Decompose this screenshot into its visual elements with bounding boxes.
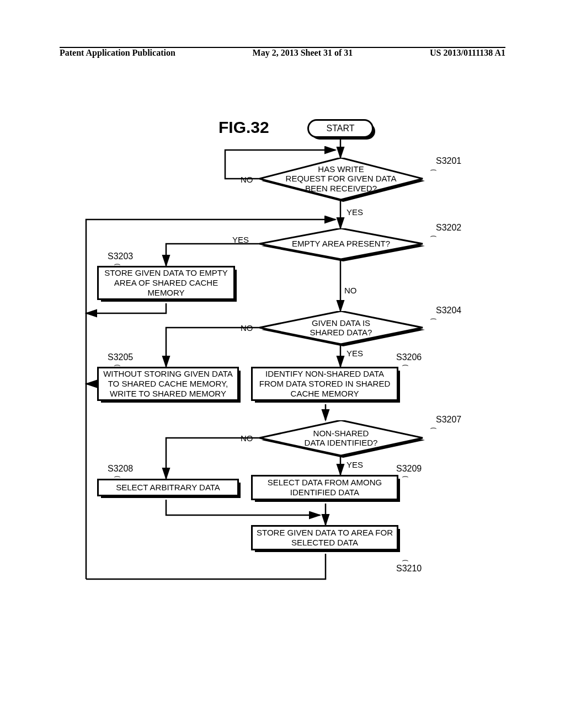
label-yes-s3204: YES <box>347 349 363 358</box>
tick-s3210: ⌢ <box>402 556 409 565</box>
node-s3201-text: HAS WRITE REQUEST FOR GIVEN DATA BEEN RE… <box>259 164 423 193</box>
node-s3207-text: NON-SHARED DATA IDENTIFIED? <box>259 429 423 448</box>
node-s3206: IDENTIFY NON-SHARED DATA FROM DATA STORE… <box>251 367 398 401</box>
stepnum-s3209: S3209 <box>396 464 422 474</box>
node-s3210-text: STORE GIVEN DATA TO AREA FOR SELECTED DA… <box>257 528 393 548</box>
node-s3208-text: SELECT ARBITRARY DATA <box>116 483 220 493</box>
node-start: START <box>307 119 374 138</box>
node-s3202: EMPTY AREA PRESENT? <box>259 228 423 259</box>
tick-s3204: ⌢ <box>430 314 437 323</box>
node-s3206-text: IDENTIFY NON-SHARED DATA FROM DATA STORE… <box>259 369 391 399</box>
node-s3201: HAS WRITE REQUEST FOR GIVEN DATA BEEN RE… <box>259 158 423 200</box>
node-start-text: START <box>327 124 355 133</box>
node-s3209-text: SELECT DATA FROM AMONG IDENTIFIED DATA <box>268 478 382 497</box>
label-no-s3201: NO <box>241 175 253 184</box>
flowchart: FIG.32 START HAS WRITE REQUEST FOR GIVEN… <box>61 110 504 618</box>
tick-s3206: ⌢ <box>402 361 409 370</box>
tick-s3201: ⌢ <box>430 165 437 174</box>
node-s3205-text: WITHOUT STORING GIVEN DATA TO SHARED CAC… <box>103 369 233 399</box>
tick-s3203: ⌢ <box>114 260 121 269</box>
node-s3204-text: GIVEN DATA IS SHARED DATA? <box>259 318 423 338</box>
node-s3209: SELECT DATA FROM AMONG IDENTIFIED DATA <box>251 475 398 500</box>
tick-s3205: ⌢ <box>114 361 121 370</box>
tick-s3202: ⌢ <box>430 232 437 240</box>
stepnum-s3202: S3202 <box>436 223 461 233</box>
node-s3210: STORE GIVEN DATA TO AREA FOR SELECTED DA… <box>251 525 398 550</box>
header-left: Patent Application Publication <box>60 48 175 58</box>
stepnum-s3210: S3210 <box>396 564 422 574</box>
label-no-s3202: NO <box>344 286 357 295</box>
node-s3207: NON-SHARED DATA IDENTIFIED? <box>259 420 423 456</box>
stepnum-s3207: S3207 <box>436 415 461 425</box>
node-s3208: SELECT ARBITRARY DATA <box>97 479 239 496</box>
tick-s3207: ⌢ <box>430 424 437 432</box>
label-yes-s3207: YES <box>347 460 363 469</box>
stepnum-s3201: S3201 <box>436 156 461 166</box>
label-yes-s3202: YES <box>232 235 249 244</box>
node-s3203-text: STORE GIVEN DATA TO EMPTY AREA OF SHARED… <box>104 268 228 298</box>
stepnum-s3206: S3206 <box>396 352 422 362</box>
figure-label: FIG.32 <box>218 118 269 137</box>
header-right: US 2013/0111138 A1 <box>430 48 505 58</box>
label-no-s3207: NO <box>241 433 253 443</box>
stepnum-s3204: S3204 <box>436 306 461 315</box>
tick-s3208: ⌢ <box>114 472 121 481</box>
node-s3202-text: EMPTY AREA PRESENT? <box>259 239 423 248</box>
tick-s3209: ⌢ <box>402 472 409 481</box>
header-center: May 2, 2013 Sheet 31 of 31 <box>253 48 353 58</box>
label-yes-s3201: YES <box>347 207 363 217</box>
node-s3205: WITHOUT STORING GIVEN DATA TO SHARED CAC… <box>97 367 239 401</box>
node-s3204: GIVEN DATA IS SHARED DATA? <box>259 311 423 344</box>
label-no-s3204: NO <box>241 323 253 333</box>
node-s3203: STORE GIVEN DATA TO EMPTY AREA OF SHARED… <box>97 266 235 300</box>
page-header: Patent Application Publication May 2, 20… <box>60 47 505 61</box>
